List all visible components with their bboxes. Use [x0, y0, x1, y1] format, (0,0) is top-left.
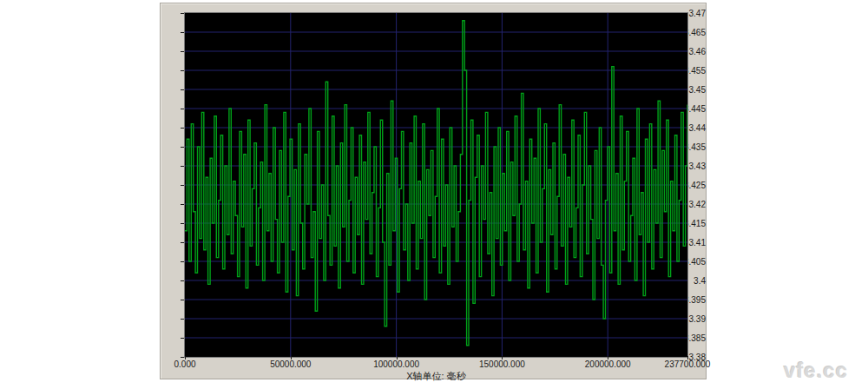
- x-tick-label: 100000.000: [358, 359, 436, 370]
- x-tick-label: 50000.000: [252, 359, 330, 370]
- x-tick-mark: [687, 356, 688, 359]
- watermark-text: vfe.cc: [784, 359, 848, 383]
- x-tick-label: 0.000: [146, 359, 224, 370]
- x-axis-unit-label: X轴单位: 毫秒: [185, 370, 687, 383]
- x-tick-mark: [502, 356, 503, 359]
- x-tick-mark: [608, 356, 608, 359]
- x-tick-mark: [397, 356, 398, 359]
- x-tick-mark: [291, 356, 292, 359]
- x-tick-mark: [185, 356, 186, 359]
- plot-area[interactable]: [184, 12, 688, 358]
- chart-panel: 3.473.4653.463.4553.453.4453.443.4353.43…: [160, 3, 707, 379]
- x-tick-label: 237700.000: [648, 359, 727, 370]
- x-tick-label: 150000.000: [463, 359, 541, 370]
- signal-trace-svg: [185, 13, 687, 357]
- x-tick-label: 200000.000: [569, 359, 647, 370]
- screenshot-root: 3.473.4653.463.4553.453.4453.443.4353.43…: [0, 0, 868, 389]
